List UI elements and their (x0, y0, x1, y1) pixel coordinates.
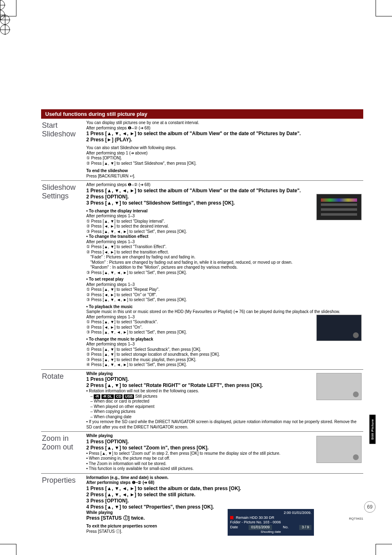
settings-s1: 1 Press [▲, ▼, ◄, ►] to select the album… (86, 188, 363, 194)
settings-g4-head: • To playback the music (86, 304, 363, 310)
props-s4: 4 Press [▲, ▼] to select "Properties", t… (86, 504, 363, 510)
osd-time: 2:00 01/01/2009. (230, 511, 311, 516)
props-s1: 1 Press [▲, ▼, ◄, ►] to select the album… (86, 486, 363, 492)
page-number: 69 (364, 501, 376, 513)
osd-no-label: No. (283, 525, 288, 530)
osd-shoot: Shooting date (230, 530, 311, 534)
label-start-slideshow: Start Slideshow (41, 120, 86, 179)
start-alt-intro: You can also start Slideshow with follow… (86, 145, 363, 151)
props-exit-head: To exit the picture properties screen (86, 524, 363, 529)
settings-g5-after: After performing steps 1–3 (86, 342, 363, 347)
label-zoom: Zoom in Zoom out (41, 433, 86, 472)
row-slideshow-settings: Slideshow Settings After performing step… (41, 181, 363, 370)
settings-g1-2: ② Press [◄, ►] to select the desired int… (86, 224, 363, 229)
settings-g5-4: ④ Press [▲, ▼, ◄, ►] to select "Set", th… (86, 362, 363, 368)
content-start-slideshow: You can display still pictures one by on… (86, 120, 363, 179)
props-exit-body: Press [STATUS ⓘ]. (86, 529, 363, 534)
settings-g5-3: ③ Press [▲, ▼] to select the music playl… (86, 357, 363, 363)
start-intro: You can display still pictures one by on… (86, 120, 363, 126)
rotate-b1c: – When played on other equipment (90, 404, 363, 410)
start-end-head: To end the slideshow (86, 168, 363, 174)
zoom-b4: • This function is only available for sm… (86, 466, 363, 472)
osd-date-label: Date (230, 525, 238, 530)
content-rotate: While playing 1 Press [OPTION]. 2 Press … (86, 371, 363, 430)
props-s2: 2 Press [▲, ▼, ◄, ►] to select the still… (86, 492, 363, 498)
settings-g2-3: ③ Press [▲, ▼, ◄, ►] to select "Set", th… (86, 270, 363, 276)
settings-g3-1: ① Press [▲, ▼] to select "Repeat Play". (86, 287, 363, 292)
settings-g3-after: After performing steps 1–3 (86, 282, 363, 288)
start-alt-after: After performing step 1 (➔ above) (86, 151, 363, 156)
osd-no-val: 3 / 9 (299, 525, 311, 530)
rotate-b2: • If you remove the SD card while the DI… (86, 419, 363, 430)
settings-g5-2: ② Press [▲, ▼] to select storage locatio… (86, 352, 363, 357)
start-alt-s2: ② Press [▲, ▼] to select "Start Slidesho… (86, 161, 363, 166)
crop-corner-br (376, 544, 392, 555)
settings-g2-1: ① Press [▲, ▼] to select "Transition Eff… (86, 244, 363, 250)
label-rotate: Rotate (41, 371, 86, 430)
props-intro: Information (e.g., time and date) is sho… (86, 475, 363, 481)
props-status: Press [STATUS ⓘ] twice. (86, 515, 363, 521)
props-after: After performing steps ❶–② (➔ 68) (86, 480, 363, 486)
content-zoom: While playing 1 Press [OPTION]. 2 Press … (86, 433, 363, 472)
settings-g5-1: ① Press [▲, ▼] to select "Select Soundtr… (86, 347, 363, 352)
thumb-zoom (316, 436, 362, 463)
rotate-b1d: – When copying pictures (90, 409, 363, 415)
props-while: While playing (86, 510, 113, 516)
rotate-b1e: – When changing date (90, 415, 363, 420)
start-step1: 1 Press [▲, ▼, ◄, ►] to select the album… (86, 131, 363, 137)
section-header: Useful functions during still picture pl… (41, 109, 363, 119)
crop-corner-bl (0, 544, 16, 555)
label-slideshow-settings: Slideshow Settings (41, 182, 86, 368)
osd-folder: Folder - Picture No. 103 - 0006 (230, 520, 311, 525)
crop-corner-tr (376, 0, 392, 16)
registration-mark-right (0, 25, 10, 35)
label-properties: Properties (41, 475, 86, 534)
osd-properties-box: 2:00 01/01/2009. Remain HDD 30:30 DR Fol… (228, 509, 314, 536)
row-zoom: Zoom in Zoom out While playing 1 Press [… (41, 432, 363, 474)
settings-g1-3: ③ Press [▲, ▼, ◄, ►] to select "Set", th… (86, 229, 363, 235)
settings-g2-head: • To change the transition effect (86, 234, 363, 240)
content-properties: Information (e.g., time and date) is sho… (86, 475, 363, 534)
thumb-display-interval (316, 194, 362, 220)
row-properties: Properties Information (e.g., time and d… (41, 474, 363, 536)
row-rotate: Rotate While playing 1 Press [OPTION]. 2… (41, 370, 363, 432)
record-icon (230, 516, 233, 519)
osd-remain-row: Remain HDD 30:30 DR (230, 516, 311, 520)
osd-date-row: Date 01/01/2009 No. 3 / 9 (230, 525, 311, 530)
side-tab-still-picture: Still Picture (369, 415, 376, 444)
thumb-rotate (316, 373, 362, 400)
start-after: After performing steps ❶–② (➔ 68) (86, 126, 363, 131)
osd-date-val: 01/01/2009 (249, 525, 272, 530)
page-content: Useful functions during still picture pl… (0, 39, 392, 555)
settings-g2-random: "Random" : In addition to the "Motion", … (90, 265, 363, 270)
row-start-slideshow: Start Slideshow You can display still pi… (41, 119, 363, 181)
footer-code: RQT9431 (349, 517, 363, 520)
start-end-body: Press [BACK/RETURN ↩]. (86, 174, 363, 179)
settings-after: After performing steps ❶–② (➔ 68) (86, 182, 363, 188)
settings-g2-after: After performing steps 1–3 (86, 240, 363, 245)
thumb-soundtrack (316, 315, 362, 341)
osd-remain: Remain HDD 30:30 DR (236, 516, 274, 520)
settings-g3-3: ③ Press [▲, ▼, ◄, ►] to select "Set", th… (86, 297, 363, 303)
registration-mark-left (0, 15, 10, 25)
props-s3: 3 Press [OPTION]. (86, 498, 363, 504)
start-step2: 2 Press [►] (PLAY). (86, 137, 363, 143)
content-slideshow-settings: After performing steps ❶–② (➔ 68) 1 Pres… (86, 182, 363, 368)
settings-g2-fade: "Fade" : Pictures are changed by fading … (90, 255, 363, 260)
settings-g3-head: • To set repeat play (86, 277, 363, 282)
settings-g3-2: ② Press [◄, ►] to select "On" or "Off". (86, 292, 363, 298)
settings-g2-motion: "Motion" : Pictures are changed by fadin… (90, 260, 363, 265)
start-alt-s1: ① Press [OPTION]. (86, 156, 363, 161)
settings-g4-intro: Sample music in this unit or music store… (86, 309, 363, 315)
settings-g2-2: ② Press [◄, ►] to select the transition … (86, 250, 363, 255)
